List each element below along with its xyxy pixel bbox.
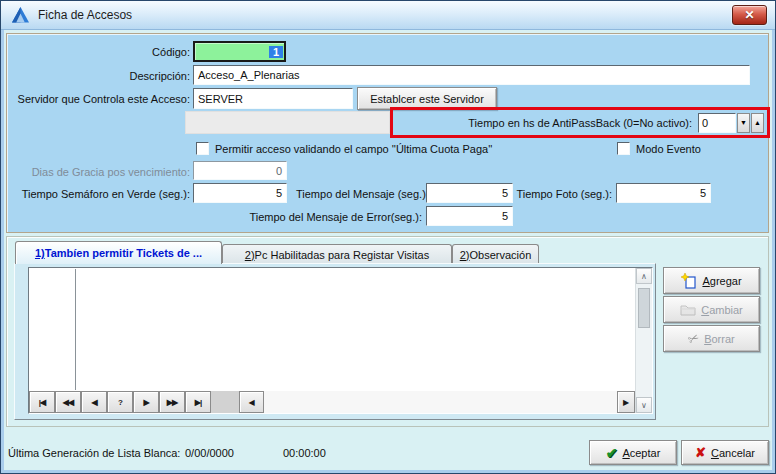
nav-next-button[interactable]: ▶ [133, 391, 159, 413]
tab-pc-habilitadas-label: Pc Habilitadas para Registar Visitas [255, 249, 430, 261]
borrar-button[interactable]: ✂ Borrar [663, 325, 760, 352]
scroll-up-icon: ∧ [641, 272, 647, 281]
agregar-button[interactable]: Agregar [663, 267, 760, 294]
permitir-acceso-label: Permitir acceso validando el campo ''Últ… [215, 142, 492, 156]
scroll-up-button[interactable]: ∧ [636, 268, 652, 284]
tab-observacion[interactable]: 2) Observación [452, 244, 539, 264]
lista-blanca-hora: 00:00:00 [283, 447, 326, 459]
dias-gracia-label: Dias de Gracia pos vencimiento: [30, 165, 190, 179]
spin-up-button[interactable]: ▲ [751, 113, 764, 133]
descripcion-input[interactable]: Acceso_A_Plenarias [193, 65, 750, 85]
tiempo-error-input[interactable]: 5 [426, 206, 513, 226]
agregar-label: gregar [710, 275, 742, 287]
tiempo-error-value: 5 [502, 210, 508, 222]
list-column-divider [75, 269, 76, 390]
servidor-label: Servidor que Controla este Acceso: [4, 92, 190, 106]
dias-gracia-value: 0 [276, 165, 282, 177]
dias-gracia-input[interactable]: 0 [193, 161, 287, 180]
codigo-value: 1 [269, 46, 283, 58]
tiempo-foto-value: 5 [700, 187, 706, 199]
antipassback-spinedit: 0 ▼ ▲ [698, 113, 764, 133]
dialog-ficha-de-accesos: Ficha de Accesos ✕ Código: 1 Descripción… [0, 0, 776, 474]
modo-evento-label: Modo Evento [636, 142, 701, 156]
hscroll-track[interactable] [264, 391, 617, 413]
tab-observacion-accel: 2) [460, 249, 470, 261]
checkmark-icon: ✔ [606, 445, 618, 461]
agregar-accel: A [702, 275, 709, 287]
spin-down-icon: ▼ [740, 119, 747, 126]
nav-last-button[interactable]: ▶| [185, 391, 211, 413]
hscroll-right-button[interactable]: ▶ [617, 391, 635, 413]
tiempo-semaforo-label: Tiempo Semáforo en Verde (seg.): [10, 187, 190, 201]
antipassback-input[interactable]: 0 [698, 113, 736, 133]
nav-search-icon: ? [118, 398, 122, 407]
aceptar-accel: A [622, 447, 629, 459]
tiempo-semaforo-value: 5 [276, 187, 282, 199]
nav-prior-button[interactable]: ◀ [81, 391, 107, 413]
tab-tickets-accel: 1) [35, 247, 45, 259]
descripcion-value: Acceso_A_Plenarias [198, 69, 300, 81]
lista-blanca-label: Última Generación de Lista Blanca: [8, 447, 180, 459]
servidor-value: SERVER [198, 93, 243, 105]
scroll-down-button[interactable]: ∨ [636, 397, 652, 413]
tickets-list[interactable]: ∧ ∨ |◀ ◀◀ ◀ ? ▶ ▶▶ ▶| ◀ ▶ [28, 267, 653, 414]
cambiar-accel: C [701, 304, 709, 316]
antipassback-highlight: Tiempo en hs de AntiPassBack (0=No activ… [390, 107, 770, 138]
scroll-down-icon: ∨ [641, 401, 647, 410]
close-button[interactable]: ✕ [732, 5, 767, 25]
codigo-input[interactable]: 1 [193, 41, 286, 62]
hscroll-left-button[interactable]: ◀ [239, 391, 264, 413]
hscroll-spacer [211, 391, 239, 413]
tiempo-foto-input[interactable]: 5 [616, 183, 711, 203]
cancelar-button[interactable]: ✘ Cancelar [681, 440, 769, 465]
codigo-label: Código: [60, 45, 190, 59]
nav-last-icon: ▶| [195, 398, 201, 407]
window-title: Ficha de Accesos [38, 8, 132, 22]
descripcion-label: Descripción: [60, 69, 190, 83]
scroll-left-icon: ◀ [248, 398, 254, 407]
nav-prior-page-button[interactable]: ◀◀ [55, 391, 81, 413]
cancel-x-icon: ✘ [695, 445, 706, 460]
tab-observacion-label: Observación [470, 249, 532, 261]
spin-down-button[interactable]: ▼ [737, 113, 750, 133]
new-document-icon [681, 273, 697, 289]
spin-up-icon: ▲ [754, 119, 761, 126]
cancelar-accel: C [711, 447, 719, 459]
aceptar-button[interactable]: ✔ Aceptar [589, 440, 677, 465]
tiempo-error-label: Tiempo del Mensaje de Error(seg.): [240, 210, 422, 224]
cambiar-button[interactable]: Cambiar [663, 296, 760, 323]
borrar-accel: B [704, 333, 711, 345]
progress-bar-placeholder [185, 111, 390, 134]
aceptar-label: ceptar [630, 447, 661, 459]
nav-prior-page-icon: ◀◀ [63, 398, 73, 407]
nav-next-page-button[interactable]: ▶▶ [159, 391, 185, 413]
antipassback-label: Tiempo en hs de AntiPassBack (0=No activ… [393, 117, 698, 129]
tab-tickets-label: Tambíen permitir Tickets de ... [45, 247, 202, 259]
titlebar[interactable]: Ficha de Accesos ✕ [1, 1, 775, 30]
nav-first-button[interactable]: |◀ [29, 391, 55, 413]
cambiar-label: ambiar [709, 304, 743, 316]
establecer-servidor-label: Establcer este Servidor [370, 93, 484, 105]
scroll-right-icon: ▶ [623, 398, 629, 407]
tab-tickets[interactable]: 1) Tambíen permitir Tickets de ... [15, 241, 222, 264]
tiempo-mensaje-label: Tiempo del Mensaje (seg.): [296, 187, 422, 201]
tab-pc-habilitadas-accel: 2) [245, 249, 255, 261]
nav-next-icon: ▶ [143, 398, 148, 407]
nav-next-page-icon: ▶▶ [167, 398, 177, 407]
vertical-scrollbar[interactable]: ∧ ∨ [635, 268, 652, 413]
tab-pc-habilitadas[interactable]: 2) Pc Habilitadas para Registar Visitas [222, 244, 452, 264]
app-logo-icon [11, 6, 30, 25]
list-bottom-bar: |◀ ◀◀ ◀ ? ▶ ▶▶ ▶| ◀ ▶ [29, 391, 635, 413]
permitir-acceso-checkbox[interactable] [196, 142, 209, 155]
tiempo-mensaje-input[interactable]: 5 [426, 183, 513, 203]
antipassback-value: 0 [702, 117, 708, 129]
nav-search-button[interactable]: ? [107, 391, 133, 413]
close-icon: ✕ [744, 8, 754, 22]
modo-evento-checkbox[interactable] [617, 142, 630, 155]
borrar-label: orrar [712, 333, 735, 345]
tiempo-semaforo-input[interactable]: 5 [193, 183, 287, 203]
vertical-scrollbar-thumb[interactable] [638, 288, 650, 328]
folder-icon [680, 303, 696, 317]
servidor-input[interactable]: SERVER [193, 88, 353, 109]
lista-blanca-fecha: 0/00/0000 [185, 447, 234, 459]
